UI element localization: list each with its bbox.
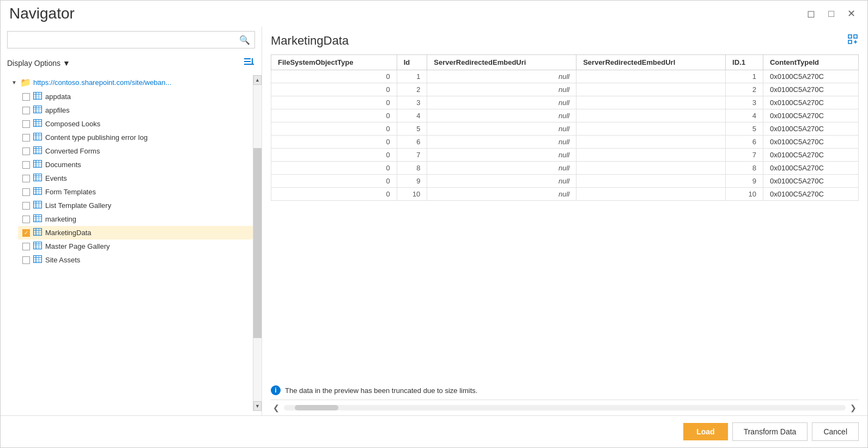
table-cell: 4: [397, 109, 427, 122]
table-cell: null: [427, 109, 576, 122]
table-cell: 0: [271, 109, 397, 122]
svg-rect-65: [34, 229, 42, 236]
svg-rect-41: [34, 174, 42, 181]
table-cell: 9: [726, 175, 763, 188]
table-cell: 6: [726, 136, 763, 149]
tree-item[interactable]: Converted Forms: [18, 144, 253, 158]
tree-item-checkbox[interactable]: [22, 120, 30, 128]
tree-wrapper: ▼ 📁 https://contoso.sharepoint.com/site/…: [1, 75, 262, 411]
tree-item-checkbox[interactable]: ✓: [22, 229, 30, 237]
close-button[interactable]: ✕: [844, 8, 859, 20]
tree-item[interactable]: Content type publishing error log: [18, 131, 253, 144]
tree-item[interactable]: Composed Looks: [18, 117, 253, 131]
svg-rect-17: [34, 120, 42, 127]
tree-item[interactable]: List Template Gallery: [18, 199, 253, 212]
svg-rect-53: [34, 201, 42, 208]
tree-item-label: Content type publishing error log: [45, 133, 148, 142]
table-icon: [33, 214, 42, 224]
tree-root-item[interactable]: ▼ 📁 https://contoso.sharepoint.com/site/…: [7, 75, 253, 90]
table-row: 06null60x0100C5A270C: [271, 136, 859, 149]
tree-item[interactable]: marketing: [18, 212, 253, 226]
table-cell: 0x0100C5A270C: [763, 162, 858, 175]
display-options-button[interactable]: Display Options ▼: [7, 58, 70, 69]
tree-item[interactable]: appdata: [18, 90, 253, 103]
scroll-right-button[interactable]: ❯: [848, 402, 859, 413]
table-icon: [33, 187, 42, 197]
page-title: Navigator: [9, 5, 75, 22]
table-icon: [33, 255, 42, 265]
scrollbar-down-button[interactable]: ▼: [253, 401, 262, 411]
nav-icon-button[interactable]: [242, 55, 255, 71]
tree-item-label: Form Templates: [45, 188, 96, 196]
table-cell: 0: [271, 122, 397, 136]
svg-rect-84: [854, 35, 857, 38]
truncate-notice: i The data in the preview has been trunc…: [271, 381, 859, 400]
table-cell: [576, 96, 726, 109]
tree-item[interactable]: Events: [18, 171, 253, 185]
tree-item-checkbox[interactable]: [22, 243, 30, 250]
tree-item-checkbox[interactable]: [22, 188, 30, 196]
tree-item[interactable]: ✓ MarketingData: [18, 226, 253, 240]
tree-item[interactable]: Master Page Gallery: [18, 240, 253, 253]
truncate-text: The data in the preview has been truncat…: [285, 386, 477, 395]
table-cell: 8: [397, 162, 427, 175]
tree-item-checkbox[interactable]: [22, 148, 30, 155]
tree-item-checkbox[interactable]: [22, 202, 30, 210]
svg-rect-47: [34, 188, 42, 195]
tree-item[interactable]: Site Assets: [18, 253, 253, 267]
svg-rect-59: [34, 215, 42, 222]
search-input[interactable]: [8, 33, 235, 46]
root-label: https://contoso.sharepoint.com/site/weba…: [33, 78, 172, 87]
table-icon: [33, 133, 42, 142]
minimize-button[interactable]: ◻: [804, 8, 818, 20]
cancel-button[interactable]: Cancel: [812, 422, 859, 441]
table-cell: 7: [726, 149, 763, 162]
table-icon: [33, 201, 42, 210]
scroll-left-button[interactable]: ❮: [271, 402, 282, 413]
tree-item-checkbox[interactable]: [22, 134, 30, 142]
table-cell: null: [427, 188, 576, 201]
table-header: Id: [397, 55, 427, 70]
transform-data-button[interactable]: Transform Data: [732, 422, 808, 441]
scrollbar-thumb[interactable]: [253, 148, 262, 338]
table-cell: [576, 70, 726, 83]
tree-item[interactable]: Documents: [18, 158, 253, 171]
tree-area[interactable]: ▼ 📁 https://contoso.sharepoint.com/site/…: [1, 75, 253, 411]
data-table-wrapper[interactable]: FileSystemObjectTypeIdServerRedirectedEm…: [271, 54, 859, 377]
load-button[interactable]: Load: [683, 423, 727, 440]
tree-item[interactable]: Form Templates: [18, 185, 253, 199]
table-row: 07null70x0100C5A270C: [271, 149, 859, 162]
tree-item[interactable]: appfiles: [18, 103, 253, 117]
maximize-button[interactable]: □: [825, 8, 837, 20]
display-options-label: Display Options: [7, 59, 60, 67]
preview-nav-button[interactable]: [847, 33, 859, 48]
tree-item-checkbox[interactable]: [22, 107, 30, 114]
tree-item-checkbox[interactable]: [22, 216, 30, 223]
table-cell: 7: [397, 149, 427, 162]
scrollbar-track: [253, 85, 262, 401]
table-cell: 0: [271, 175, 397, 188]
tree-item-label: Documents: [45, 161, 81, 169]
table-cell: 0: [271, 188, 397, 201]
h-scroll-thumb[interactable]: [295, 405, 338, 410]
table-cell: [576, 83, 726, 96]
table-cell: 10: [726, 188, 763, 201]
table-header: ServerRedirectedEmbedUri: [427, 55, 576, 70]
scrollbar-up-button[interactable]: ▲: [253, 75, 262, 85]
tree-item-checkbox[interactable]: [22, 93, 30, 101]
search-button[interactable]: 🔍: [235, 33, 254, 47]
search-area: 🔍: [7, 31, 255, 48]
horizontal-scroll-area: ❮ ❯: [271, 400, 859, 415]
table-cell: [576, 149, 726, 162]
table-cell: 10: [397, 188, 427, 201]
right-panel: MarketingData FileSystemObjectTypeIdServ…: [262, 27, 867, 415]
svg-rect-0: [244, 58, 251, 59]
table-icon: [33, 160, 42, 169]
table-cell: [576, 162, 726, 175]
tree-item-checkbox[interactable]: [22, 256, 30, 264]
h-scroll-track[interactable]: [284, 405, 846, 410]
tree-item-checkbox[interactable]: [22, 175, 30, 182]
tree-item-checkbox[interactable]: [22, 161, 30, 169]
table-cell: 5: [726, 122, 763, 136]
table-cell: 0x0100C5A270C: [763, 109, 858, 122]
